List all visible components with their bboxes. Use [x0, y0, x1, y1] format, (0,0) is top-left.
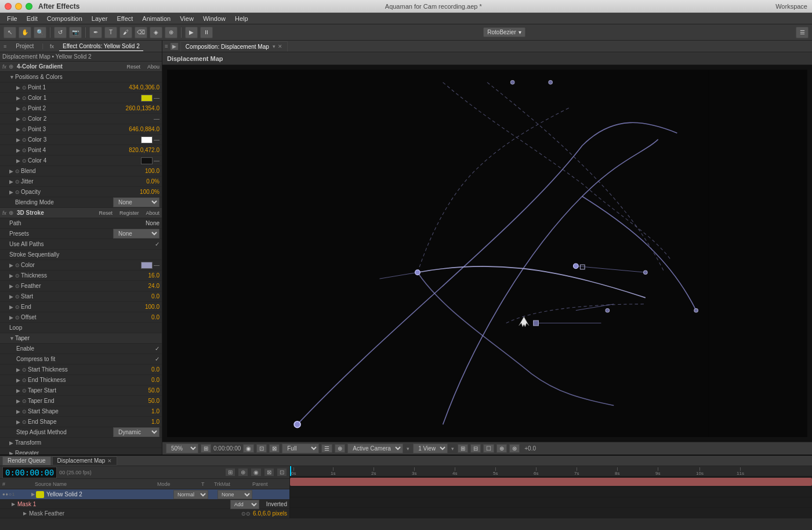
toolbar-camera-tool[interactable]: 📷 — [69, 27, 82, 38]
menu-composition[interactable]: Composition — [42, 14, 87, 23]
color3-expand[interactable]: ▶ — [16, 137, 22, 143]
tab-effect-controls[interactable]: Effect Controls: Yellow Solid 2 — [59, 42, 143, 51]
blend-expand[interactable]: ▶ — [9, 168, 15, 174]
tab-render-queue[interactable]: Render Queue — [2, 456, 51, 466]
close-button[interactable] — [5, 3, 12, 10]
mask-inverted[interactable]: Inverted — [266, 501, 287, 507]
color-gradient-group[interactable]: fx ⊕ 4-Color Gradient Reset Abou — [0, 62, 162, 72]
feather-expand[interactable]: ▶ — [9, 283, 15, 289]
mask-expand[interactable]: ▶ — [12, 502, 15, 507]
toolbar-pause[interactable]: ⏸ — [200, 27, 213, 38]
color-expand[interactable]: ▶ — [9, 262, 15, 268]
start-thickness-value[interactable]: 0.0 — [151, 366, 160, 373]
minimize-button[interactable] — [15, 3, 22, 10]
point2-expand[interactable]: ▶ — [16, 106, 22, 111]
tab-project[interactable]: Project — [12, 42, 37, 51]
presets-dropdown[interactable]: None — [113, 229, 160, 239]
positions-expand[interactable]: ▼ — [9, 74, 15, 80]
point1-value[interactable]: 434.0,306.0 — [129, 84, 160, 91]
repeater-row[interactable]: ▶ Repeater — [0, 448, 162, 455]
opacity1-value[interactable]: 100.0% — [140, 189, 160, 195]
menu-help[interactable]: Help — [230, 14, 253, 23]
step-adjust-dropdown[interactable]: Dynamic — [113, 427, 160, 437]
start-shape-value[interactable]: 1.0 — [151, 408, 160, 414]
menu-edit[interactable]: Edit — [22, 14, 42, 23]
toolbar-pen-tool[interactable]: ✒ — [89, 27, 102, 38]
color-gradient-about[interactable]: Abou — [147, 64, 160, 70]
use-all-paths-check[interactable]: ✓ — [155, 241, 160, 247]
taper-end-value[interactable]: 50.0 — [148, 398, 160, 404]
ts-expand[interactable]: ▶ — [16, 388, 22, 394]
fit-btn[interactable]: ⊞ — [201, 444, 211, 453]
playhead[interactable] — [290, 466, 291, 476]
end-value[interactable]: 100.0 — [145, 304, 160, 310]
quality-dropdown[interactable]: Full Half Quarter — [282, 444, 319, 453]
layer-trkmat[interactable]: None — [217, 490, 252, 499]
toolbar-workspace-icon[interactable]: ☰ — [796, 27, 809, 38]
color3-swatch[interactable] — [141, 136, 153, 143]
transform-expand[interactable]: ▶ — [9, 440, 15, 446]
positions-colors-row[interactable]: ▼ Positions & Colors — [0, 72, 162, 82]
menu-window[interactable]: Window — [198, 14, 230, 23]
offset-value[interactable]: 0.0 — [151, 314, 160, 320]
menu-effect[interactable]: Effect — [112, 14, 137, 23]
tc-btn1[interactable]: ⊞ — [225, 468, 235, 477]
timeline-tab-close[interactable]: ✕ — [107, 458, 112, 464]
stroke3d-reset[interactable]: Reset — [99, 210, 113, 216]
thickness-value[interactable]: 16.0 — [148, 272, 160, 279]
toolbar-eraser-tool[interactable]: ⌫ — [135, 27, 147, 38]
tc-btn2[interactable]: ⊕ — [238, 468, 248, 477]
color1-expand[interactable]: ▶ — [16, 95, 22, 101]
st-expand[interactable]: ▶ — [16, 367, 22, 373]
toolbar-select-tool[interactable]: ↖ — [3, 27, 16, 38]
te-expand[interactable]: ▶ — [16, 398, 22, 404]
toolbar-puppet-tool[interactable]: ⊕ — [165, 27, 177, 38]
tc-btn3[interactable]: ◉ — [251, 468, 262, 477]
ss-expand[interactable]: ▶ — [16, 409, 22, 414]
color-mgmt-btn[interactable]: ⊕ — [335, 444, 345, 453]
time-display[interactable]: 0:00:00:00 — [2, 467, 57, 478]
taper-enable-check[interactable]: ✓ — [155, 345, 160, 352]
point3-value[interactable]: 646.0,884.0 — [129, 126, 160, 132]
region-btn[interactable]: ⊡ — [256, 444, 267, 453]
channels-btn[interactable]: ☰ — [321, 444, 332, 453]
track-bar-1[interactable] — [290, 478, 812, 486]
point2-value[interactable]: 260.0,1354.0 — [126, 105, 160, 111]
stroke3d-group[interactable]: fx ⊕ 3D Stroke Reset Register About — [0, 208, 162, 218]
view-count-dropdown[interactable]: 1 View — [413, 444, 448, 453]
offset-expand[interactable]: ▶ — [9, 315, 15, 320]
toolbar-hand-tool[interactable]: ✋ — [19, 27, 31, 38]
point4-value[interactable]: 820.0,472.0 — [129, 147, 160, 153]
transparency-btn[interactable]: ⊠ — [269, 444, 280, 453]
menu-animation[interactable]: Animation — [137, 14, 175, 23]
taper-start-value[interactable]: 50.0 — [148, 387, 160, 394]
color4-swatch[interactable] — [141, 157, 153, 164]
toolbar-roto-tool[interactable]: ◈ — [150, 27, 162, 38]
menu-view[interactable]: View — [175, 14, 198, 23]
render-btn[interactable]: ◉ — [243, 444, 254, 453]
viewer-btn4[interactable]: ⊕ — [496, 444, 507, 453]
opacity1-expand[interactable]: ▶ — [9, 189, 15, 195]
stroke3d-register[interactable]: Register — [119, 210, 139, 216]
repeater-expand[interactable]: ▶ — [9, 450, 15, 455]
timecode-display[interactable]: 0:00:00:00 — [213, 445, 241, 452]
comp-tab-close[interactable]: ✕ — [278, 44, 282, 49]
toolbar-rotobezier[interactable]: RotoBezier ▾ — [483, 27, 525, 37]
menu-layer[interactable]: Layer — [87, 14, 113, 23]
feather-value[interactable]: 24.0 — [148, 283, 160, 289]
workspace-label[interactable]: Workspace — [775, 3, 807, 10]
viewer-btn2[interactable]: ⊟ — [470, 444, 481, 453]
taper-expand[interactable]: ▼ — [9, 336, 15, 341]
layer-row-1[interactable]: ● ♦ ○ 1 ▶ Yellow Solid 2 Normal None — [0, 489, 289, 500]
blend-value[interactable]: 100.0 — [145, 168, 160, 174]
toolbar-brush-tool[interactable]: 🖌 — [119, 27, 132, 38]
start-expand[interactable]: ▶ — [9, 294, 15, 300]
layer-vis-eye[interactable]: ● — [2, 492, 5, 497]
compress-fit-check[interactable]: ✓ — [155, 356, 160, 362]
blending-mode-dropdown[interactable]: None Normal — [113, 197, 160, 207]
viewer-btn5[interactable]: ⊛ — [509, 444, 520, 453]
transform-row[interactable]: ▶ Transform — [0, 438, 162, 448]
layer-vis-solo[interactable]: ○ — [9, 492, 12, 497]
end-expand[interactable]: ▶ — [9, 304, 15, 310]
layer-expand[interactable]: ▶ — [31, 492, 35, 497]
